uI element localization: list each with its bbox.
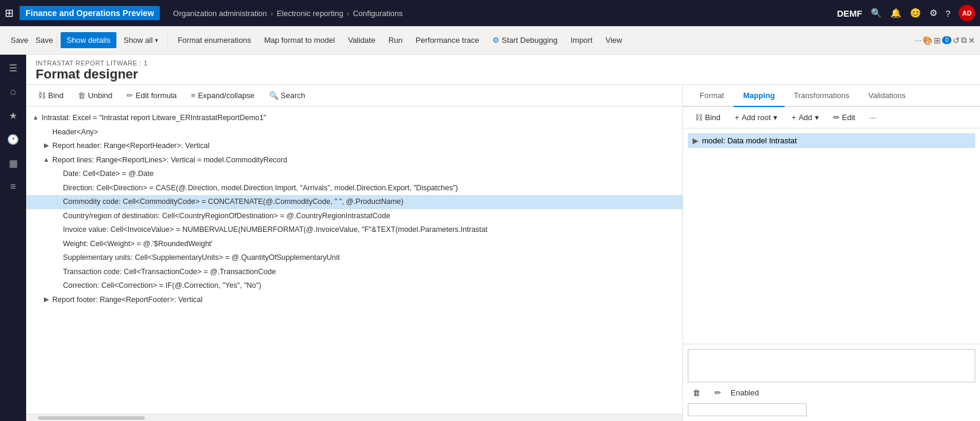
app-grid-icon[interactable]: ⊞ xyxy=(5,7,14,20)
split-icon[interactable]: ⊞ xyxy=(934,36,941,45)
bell-icon[interactable]: 🔔 xyxy=(890,8,902,18)
tree-item[interactable]: Commodity code: Cell<CommodityCode> = CO… xyxy=(26,195,682,209)
app-title: Finance and Operations Preview xyxy=(20,6,160,20)
search-button[interactable]: 🔍 Search xyxy=(264,89,310,102)
bottom-actions: 🗑 ✏ Enabled xyxy=(688,386,975,400)
tree-toggle-icon[interactable]: ▶ xyxy=(42,141,51,150)
side-nav-favorites-icon[interactable]: ★ xyxy=(2,105,24,126)
tree-item[interactable]: ▶Report header: Range<ReportHeader>: Ver… xyxy=(26,139,682,153)
tree-item[interactable]: Country/region of destination: Cell<Coun… xyxy=(26,209,682,224)
top-nav-icons: DEMF 🔍 🔔 😊 ⚙ ? AD xyxy=(837,5,975,21)
tab-transformations[interactable]: Transformations xyxy=(785,85,859,107)
tree-toggle-icon[interactable]: ▶ xyxy=(42,295,51,304)
unbind-button[interactable]: 🗑 Unbind xyxy=(73,89,117,102)
save-button[interactable]: Save xyxy=(5,32,34,48)
badge-icon: 0 xyxy=(942,36,951,44)
tree-toggle-icon[interactable]: ▲ xyxy=(31,113,40,122)
settings-icon[interactable]: ⚙ xyxy=(930,8,937,18)
model-item[interactable]: ▶ model: Data model Intrastat xyxy=(688,133,975,148)
run-button[interactable]: Run xyxy=(382,32,409,48)
tab-mapping[interactable]: Mapping xyxy=(734,85,784,107)
refresh-icon[interactable]: ↺ xyxy=(953,36,960,45)
side-nav-modules-icon[interactable]: ≡ xyxy=(2,176,24,197)
edit-formula-button-right[interactable]: ✏ xyxy=(710,386,726,400)
show-details-button[interactable]: Show details xyxy=(61,32,116,48)
right-panel-content[interactable]: ▶ model: Data model Intrastat xyxy=(683,128,980,344)
side-nav-home-icon[interactable]: ⌂ xyxy=(2,81,24,102)
tree-item-text: Country/region of destination: Cell<Coun… xyxy=(63,211,390,222)
show-all-button[interactable]: Show all ▾ xyxy=(118,32,164,48)
tree-item[interactable]: ▲Report lines: Range<ReportLines>: Verti… xyxy=(26,153,682,168)
page-subtitle: INTRASTAT REPORT LITWARE : 1 xyxy=(36,59,970,67)
tree-item[interactable]: Header<Any> xyxy=(26,125,682,140)
add-root-chevron: ▾ xyxy=(773,113,777,122)
tree-toggle-icon[interactable]: ▲ xyxy=(42,155,51,164)
tabs-bar: Format Mapping Transformations Validatio… xyxy=(683,85,980,107)
show-all-chevron: ▾ xyxy=(155,37,158,43)
restore-icon[interactable]: ⧉ xyxy=(961,35,967,45)
add-button-right[interactable]: + Add ▾ xyxy=(787,111,824,124)
top-nav-bar: ⊞ Finance and Operations Preview Organiz… xyxy=(0,0,980,26)
pencil-icon: ✏ xyxy=(127,91,133,100)
breadcrumb-er[interactable]: Electronic reporting xyxy=(277,9,343,18)
user-label: DEMF xyxy=(837,8,862,18)
enabled-label: Enabled xyxy=(731,388,759,397)
validate-button[interactable]: Validate xyxy=(342,32,381,48)
avatar[interactable]: AD xyxy=(959,5,975,21)
search-icon[interactable]: 🔍 xyxy=(871,8,882,18)
smiley-icon[interactable]: 😊 xyxy=(910,8,921,18)
breadcrumb-config[interactable]: Configurations xyxy=(353,9,403,18)
side-nav-recent-icon[interactable]: 🕐 xyxy=(2,128,24,150)
tree-item[interactable]: Weight: Cell<Weight> = @.'$RoundedWeight… xyxy=(26,237,682,252)
left-panel: ⛓ Bind 🗑 Unbind ✏ Edit formula ≡ Expand/… xyxy=(26,85,683,421)
toolbar: Save Save Show details Show all ▾ Format… xyxy=(0,26,980,55)
side-nav-workspaces-icon[interactable]: ▦ xyxy=(2,152,24,174)
tree-item[interactable]: ▶Report footer: Range<ReportFooter>: Ver… xyxy=(26,293,682,307)
tree-item[interactable]: Correction: Cell<Correction> = IF(@.Corr… xyxy=(26,279,682,293)
horizontal-scrollbar[interactable] xyxy=(26,414,682,421)
tree-item-text: Report lines: Range<ReportLines>: Vertic… xyxy=(52,155,287,166)
map-format-button[interactable]: Map format to model xyxy=(258,32,341,48)
performance-trace-button[interactable]: Performance trace xyxy=(410,32,485,48)
tab-validations[interactable]: Validations xyxy=(859,85,915,107)
tree-item[interactable]: ▲Intrastat: Excel = "Intrastat report Li… xyxy=(26,111,682,125)
delete-formula-button[interactable]: 🗑 xyxy=(688,386,705,400)
breadcrumb-org[interactable]: Organization administration xyxy=(173,9,267,18)
help-icon[interactable]: ? xyxy=(946,8,950,18)
add-chevron: ▾ xyxy=(815,113,819,122)
tree-item[interactable]: Date: Cell<Date> = @.Date xyxy=(26,167,682,181)
expand-icon: ≡ xyxy=(191,91,196,100)
save-label[interactable]: Save xyxy=(36,36,53,45)
tree-item[interactable]: Supplementary units: Cell<SupplementaryU… xyxy=(26,251,682,265)
enabled-input[interactable] xyxy=(688,403,807,416)
side-nav-menu-icon[interactable]: ☰ xyxy=(2,57,24,78)
tree-item-text: Report header: Range<ReportHeader>: Vert… xyxy=(52,141,210,152)
tree-item[interactable]: Direction: Cell<Direction> = CASE(@.Dire… xyxy=(26,181,682,196)
formula-input[interactable] xyxy=(688,349,975,382)
bind-button-right[interactable]: ⛓ Bind xyxy=(690,111,725,124)
edit-formula-button[interactable]: ✏ Edit formula xyxy=(122,89,181,102)
view-button[interactable]: View xyxy=(600,32,628,48)
expand-collapse-button[interactable]: ≡ Expand/collapse xyxy=(186,89,260,102)
bind-button-left[interactable]: ⛓ Bind xyxy=(33,89,68,102)
pencil-icon-right: ✏ xyxy=(833,113,840,122)
edit-button-right[interactable]: ✏ Edit xyxy=(829,111,860,124)
expand-model-icon[interactable]: ▶ xyxy=(693,136,698,145)
tree-item[interactable]: Invoice value: Cell<InvoiceValue> = NUMB… xyxy=(26,223,682,237)
tab-format[interactable]: Format xyxy=(690,85,734,107)
add-root-button[interactable]: + Add root ▾ xyxy=(730,111,782,124)
format-tree[interactable]: ▲Intrastat: Excel = "Intrastat report Li… xyxy=(26,106,682,414)
tree-item[interactable]: Transaction code: Cell<TransactionCode> … xyxy=(26,265,682,279)
tree-item-text: Supplementary units: Cell<SupplementaryU… xyxy=(63,253,340,263)
format-enumerations-button[interactable]: Format enumerations xyxy=(172,32,257,48)
search-icon-left: 🔍 xyxy=(269,91,279,100)
scroll-thumb[interactable] xyxy=(38,416,145,420)
close-icon[interactable]: ✕ xyxy=(968,36,975,45)
palette-icon[interactable]: 🎨 xyxy=(922,36,932,45)
tree-item-text: Weight: Cell<Weight> = @.'$RoundedWeight… xyxy=(63,239,213,250)
more-button-right[interactable]: ··· xyxy=(865,111,881,124)
import-button[interactable]: Import xyxy=(565,32,599,48)
tree-item-text: Transaction code: Cell<TransactionCode> … xyxy=(63,267,276,278)
more-options-icon[interactable]: ··· xyxy=(915,36,922,45)
start-debugging-button[interactable]: ⚙ Start Debugging xyxy=(486,32,564,48)
